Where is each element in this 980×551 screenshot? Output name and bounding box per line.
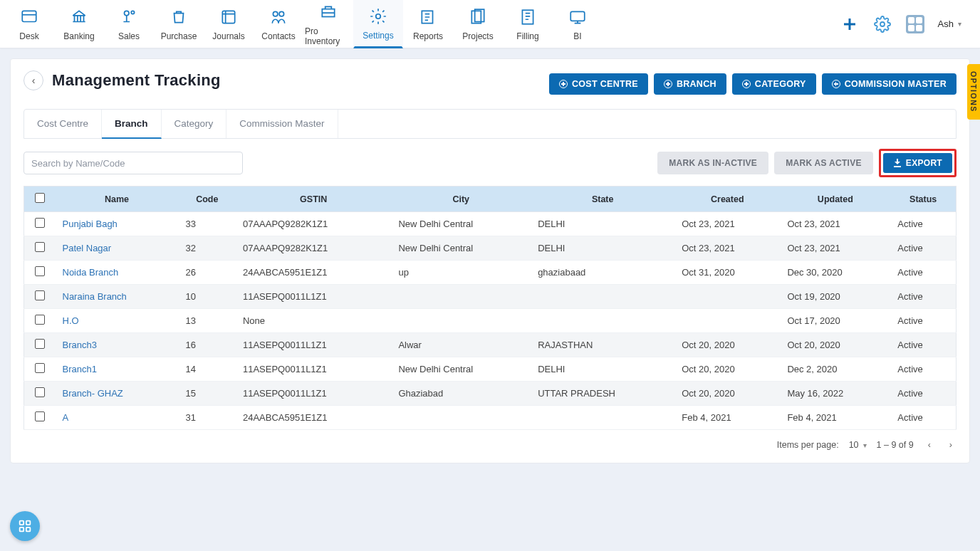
pagination-label: Items per page: [777,440,839,450]
row-status: Active [890,309,956,333]
nav-item-desk[interactable]: Desk [4,0,54,48]
nav-item-pro-inventory[interactable]: Pro Inventory [303,0,353,48]
global-settings-icon[interactable] [872,14,892,34]
row-code: 14 [179,357,236,382]
col-updated[interactable]: Updated [780,187,890,212]
nav-item-settings[interactable]: Settings [353,0,403,48]
row-name-link[interactable]: Branch- GHAZ [63,388,123,399]
nav-item-journals[interactable]: Journals [204,0,254,48]
nav-label: Settings [363,31,393,41]
add-category-button[interactable]: CATEGORY [732,73,816,95]
side-options-tab[interactable]: OPTIONS [967,64,980,120]
nav-item-reports[interactable]: Reports [403,0,453,48]
row-gstin: 24AABCA5951E1Z1 [236,261,391,285]
page-size-select[interactable]: 10 ▾ [849,440,867,450]
nav-item-contacts[interactable]: Contacts [254,0,303,48]
row-name-link[interactable]: Branch3 [63,340,97,350]
svg-point-1 [125,11,130,15]
row-code: 10 [179,285,236,309]
back-button[interactable]: ‹ [24,70,43,90]
col-gstin[interactable]: GSTIN [236,187,391,212]
row-checkbox[interactable] [35,387,45,397]
row-name-link[interactable]: Patel Nagar [63,243,112,253]
row-updated: Oct 23, 2021 [780,236,890,261]
col-code[interactable]: Code [179,187,236,212]
nav-item-bi[interactable]: BI [553,0,603,48]
nav-label: Banking [63,31,94,41]
row-name-link[interactable]: Naraina Branch [63,291,127,302]
branch-table: NameCodeGSTINCityStateCreatedUpdatedStat… [24,186,956,430]
add-branch-button[interactable]: BRANCH [654,73,726,95]
nav-item-purchase[interactable]: Purchase [154,0,204,48]
col-state[interactable]: State [531,187,674,212]
row-state: DELHI [531,236,674,261]
row-name-link[interactable]: Punjabi Bagh [63,219,118,229]
row-checkbox[interactable] [35,266,45,276]
global-calculator-icon[interactable] [905,14,925,34]
row-code: 32 [179,236,236,261]
svg-rect-12 [570,11,585,21]
col-name[interactable]: Name [56,187,179,212]
row-checkbox[interactable] [35,315,45,325]
global-add-icon[interactable] [840,14,860,34]
row-status: Active [890,212,956,236]
user-menu[interactable]: Ash ▾ [938,19,961,29]
tab-category[interactable]: Category [162,110,227,138]
table-row: Patel Nagar3207AAAPQ9282K1Z1New Delhi Ce… [24,236,956,261]
row-gstin: 11ASEPQ0011L1Z1 [236,285,391,309]
row-created: Oct 23, 2021 [674,212,780,236]
row-state: ghaziabaad [531,261,674,285]
select-all-checkbox[interactable] [35,193,45,203]
export-button[interactable]: EXPORT [883,153,952,173]
row-created: Oct 20, 2020 [674,357,780,382]
tab-commission-master[interactable]: Commission Master [226,110,338,138]
nav-icon [518,7,538,27]
row-checkbox[interactable] [35,290,45,300]
tab-branch[interactable]: Branch [102,110,162,139]
row-updated: Oct 20, 2020 [780,333,890,357]
plus-icon [559,80,568,88]
next-page-button[interactable]: › [945,437,956,453]
nav-item-filling[interactable]: Filling [503,0,553,48]
nav-icon [119,7,139,27]
mark-active-button[interactable]: MARK AS ACTIVE [774,152,873,174]
prev-page-button[interactable]: ‹ [924,437,935,453]
row-updated: Dec 30, 2020 [780,261,890,285]
row-gstin: None [236,309,391,333]
row-city: Alwar [391,333,531,357]
row-checkbox[interactable] [35,339,45,349]
action-buttons: COST CENTREBRANCHCATEGORYCOMMISSION MAST… [549,73,956,95]
nav-item-sales[interactable]: Sales [104,0,154,48]
nav-icon [418,7,438,27]
row-checkbox[interactable] [35,363,45,373]
row-checkbox[interactable] [35,411,45,421]
nav-label: Reports [413,31,443,41]
nav-item-projects[interactable]: Projects [453,0,503,48]
row-status: Active [890,357,956,382]
row-name-link[interactable]: A [63,412,69,423]
tab-cost-centre[interactable]: Cost Centre [24,110,102,138]
row-name-link[interactable]: Noida Branch [63,267,119,278]
chevron-down-icon: ▾ [958,20,961,28]
app-launcher-fab[interactable] [10,511,40,541]
row-name-link[interactable]: Branch1 [63,364,97,374]
svg-rect-15 [26,521,31,525]
row-gstin: 07AAAPQ9282K1Z1 [236,236,391,261]
row-checkbox[interactable] [35,242,45,252]
svg-point-2 [131,11,134,14]
col-created[interactable]: Created [674,187,780,212]
mark-inactive-button[interactable]: MARK AS IN-ACTIVE [657,152,768,174]
add-commission-master-button[interactable]: COMMISSION MASTER [822,73,956,95]
col-city[interactable]: City [391,187,531,212]
row-code: 26 [179,261,236,285]
tool-row: MARK AS IN-ACTIVE MARK AS ACTIVE EXPORT [24,149,956,177]
row-name-link[interactable]: H.O [63,315,79,326]
nav-item-banking[interactable]: Banking [54,0,104,48]
row-checkbox[interactable] [35,218,45,228]
svg-rect-14 [20,521,24,525]
add-cost-centre-button[interactable]: COST CENTRE [549,73,648,95]
nav-label: Pro Inventory [305,26,352,46]
nav-label: Purchase [161,31,197,41]
search-input[interactable] [24,152,243,174]
col-status[interactable]: Status [890,187,956,212]
